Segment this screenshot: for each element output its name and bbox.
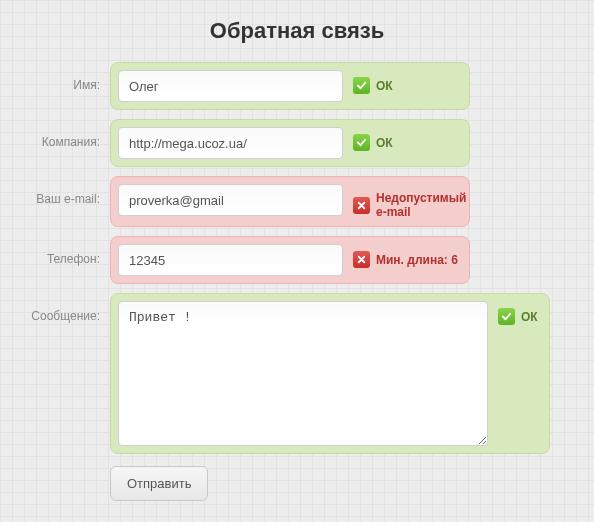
field-wrapper-phone: Мин. длина: 6 [110,236,470,284]
field-wrapper-name: ОК [110,62,470,110]
check-icon [353,77,370,94]
row-phone: Телефон: Мин. длина: 6 [12,236,582,284]
row-message: Сообщение: ОК [12,293,582,454]
field-wrapper-company: ОК [110,119,470,167]
status-email: Недопустимый e-mail [353,184,466,219]
phone-input[interactable] [118,244,343,276]
check-icon [353,134,370,151]
email-input[interactable] [118,184,343,216]
submit-row: Отправить [110,466,582,501]
check-icon [498,308,515,325]
field-wrapper-message: ОК [110,293,550,454]
status-text-message: ОК [521,310,538,324]
status-phone: Мин. длина: 6 [353,244,458,268]
status-message: ОК [498,301,542,325]
status-text-email: Недопустимый e-mail [376,191,466,219]
message-textarea[interactable] [118,301,488,446]
status-text-phone: Мин. длина: 6 [376,253,458,267]
row-company: Компания: ОК [12,119,582,167]
close-icon [353,251,370,268]
label-name: Имя: [12,62,110,92]
label-company: Компания: [12,119,110,149]
status-name: ОК [353,70,393,94]
label-email: Ваш e-mail: [12,176,110,206]
name-input[interactable] [118,70,343,102]
field-wrapper-email: Недопустимый e-mail [110,176,470,227]
page-title: Обратная связь [12,18,582,44]
status-company: ОК [353,127,393,151]
submit-button[interactable]: Отправить [110,466,208,501]
row-name: Имя: ОК [12,62,582,110]
close-icon [353,197,370,214]
label-phone: Телефон: [12,236,110,266]
row-email: Ваш e-mail: Недопустимый e-mail [12,176,582,227]
status-text-company: ОК [376,136,393,150]
status-text-name: ОК [376,79,393,93]
label-message: Сообщение: [12,293,110,323]
company-input[interactable] [118,127,343,159]
